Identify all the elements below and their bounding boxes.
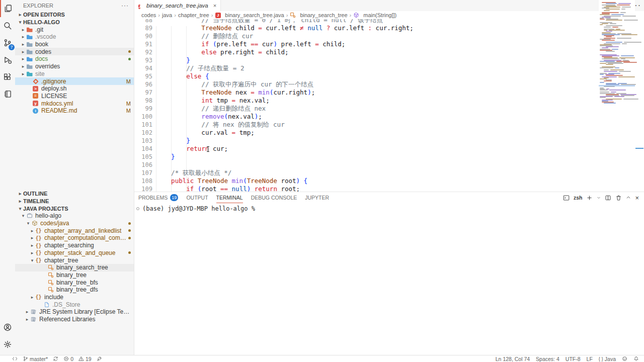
tree-item-.git[interactable]: ▸.git [15, 26, 134, 33]
status-item-rocket-icon[interactable] [97, 356, 102, 361]
code-line: 106 [134, 161, 599, 169]
status-item-feedback-icon[interactable] [622, 356, 627, 361]
maximize-panel-button[interactable] [626, 195, 631, 200]
line-number: 90 [134, 32, 152, 40]
minimap-line [602, 40, 615, 41]
split-terminal-button[interactable] [605, 195, 611, 201]
panel-tab-output[interactable]: OUTPUT [186, 192, 208, 203]
tree-item-chapter_array_and_linkedlist[interactable]: ▸{}chapter_array_and_linkedlist [15, 227, 134, 234]
tree-item-label: LICENSE [41, 93, 131, 100]
status-item-lf[interactable]: LF [587, 356, 593, 362]
activity-item-extensions[interactable] [0, 68, 15, 85]
code-line: 89TreeNode child = cur.left ≠ null ? cur… [134, 24, 599, 32]
ellipsis-icon[interactable]: ··· [121, 2, 129, 9]
tree-item-jresystemlibraryeclipsetemurin1717....[interactable]: ▸JRE System Library [Eclipse Temurin 17 … [15, 308, 134, 316]
tree-item-mkdocs.yml[interactable]: ymkdocs.ymlM [15, 100, 134, 107]
activity-item-source-control[interactable]: 7 [0, 34, 15, 51]
shell-label[interactable]: zsh [574, 195, 583, 201]
tree-item-codes[interactable]: ▸codes [15, 48, 134, 55]
chevron-down-icon[interactable] [597, 196, 601, 200]
section-header-java-projects[interactable]: ▾JAVA PROJECTS [15, 205, 134, 212]
tree-item-label: chapter_stack_and_queue [44, 249, 126, 256]
terminal[interactable]: (base) jyd@JYD-MBP hello-algo % [134, 205, 644, 355]
tree-item-label: binary_tree [56, 272, 131, 279]
tree-item-docs[interactable]: ▸docs [15, 55, 134, 63]
breadcrumb-item-codes[interactable]: codes [141, 12, 156, 18]
tree-item-.ds_store[interactable]: .DS_Store [15, 301, 134, 308]
section-header-outline[interactable]: ▸OUTLINE [15, 190, 134, 198]
activity-item-settings[interactable] [0, 336, 15, 353]
section-header-timeline[interactable]: ▸TIMELINE [15, 198, 134, 205]
tree-item-deploy.sh[interactable]: >deploy.sh [15, 85, 134, 93]
close-panel-button[interactable]: × [635, 194, 639, 202]
status-item-sync-icon[interactable] [53, 356, 58, 361]
status-item-19[interactable]: 19 [78, 356, 92, 362]
new-terminal-button[interactable] [586, 195, 593, 201]
tree-item-binary_tree[interactable]: binary_tree [15, 272, 134, 279]
tree-item-include[interactable]: ▸{}include [15, 294, 134, 301]
tree-item-chapter_computational_complexity[interactable]: ▸{}chapter_computational_complexity [15, 234, 134, 242]
minimap-line [617, 38, 631, 39]
breadcrumb-item-binary_search_treejava[interactable]: Jbinary_search_tree.java [215, 12, 284, 18]
status-item-remote-icon[interactable] [12, 356, 18, 361]
tree-item-chapter_tree[interactable]: ▾{}chapter_tree [15, 256, 134, 264]
code-line: 99// 递归删除结点 nex [134, 105, 599, 113]
activity-item-accounts[interactable] [0, 319, 15, 336]
status-item-ln-128-col-74[interactable]: Ln 128, Col 74 [496, 356, 530, 362]
explorer-sidebar: EXPLORER ··· ▸OPEN EDITORS▾HELLO-ALGO▸.g… [15, 0, 134, 355]
minimap-line [606, 20, 622, 21]
panel-tab-terminal[interactable]: TERMINAL [216, 192, 243, 203]
gear-icon [3, 340, 12, 349]
braces-icon: {} [35, 257, 42, 263]
tree-item-referencedlibraries[interactable]: ▸Referenced Libraries [15, 316, 134, 323]
tree-item-codesjava[interactable]: ▾codes/java [15, 220, 134, 227]
status-item-master[interactable]: master* [23, 356, 48, 362]
section-header-open-editors[interactable]: ▸OPEN EDITORS [15, 11, 134, 19]
panel-tab-problems[interactable]: PROBLEMS19 [138, 192, 178, 203]
minimap[interactable] [599, 0, 635, 192]
tree-item-license[interactable]: ≡LICENSE [15, 93, 134, 100]
status-item-spaces-4[interactable]: Spaces: 4 [536, 356, 559, 362]
breadcrumb-item-binary_search_tree[interactable]: binary_search_tree [290, 12, 347, 18]
breadcrumb-item-java[interactable]: java [162, 12, 172, 18]
tree-item-hello-algo[interactable]: ▾hello-algo [15, 212, 134, 220]
tree-item-label: binary_search_tree [56, 264, 131, 271]
minimap-line [620, 12, 626, 13]
code-text: } [156, 137, 190, 145]
folder-icon [26, 34, 33, 40]
overview-ruler-scrollbar[interactable] [635, 0, 644, 192]
license-icon: ≡ [32, 93, 39, 99]
tree-item-readme.md[interactable]: iREADME.mdM [15, 107, 134, 115]
tree-item-site[interactable]: ▸site [15, 70, 134, 78]
status-label: LF [587, 356, 593, 362]
tree-item-overrides[interactable]: ▸overrides [15, 63, 134, 70]
tab-binary-search-tree[interactable]: J binary_search_tree.java × [134, 0, 221, 11]
status-item-bell-icon[interactable] [633, 356, 639, 361]
tree-item-.vscode[interactable]: ▸.vscode [15, 33, 134, 41]
panel-tab-jupyter[interactable]: JUPYTER [305, 192, 329, 203]
tree-item-binary_tree_dfs[interactable]: binary_tree_dfs [15, 286, 134, 294]
status-item-java[interactable]: { }Java [599, 356, 616, 362]
close-icon[interactable]: × [213, 3, 216, 9]
tree-item-binary_tree_bfs[interactable]: binary_tree_bfs [15, 279, 134, 286]
breadcrumb-item-chapter_tree[interactable]: chapter_tree [178, 12, 209, 18]
trash-icon[interactable] [615, 195, 622, 201]
activity-item-run-debug[interactable] [0, 51, 15, 68]
activity-item-search[interactable] [0, 17, 15, 34]
chevron-icon: ▾ [20, 213, 26, 218]
code-text: else pre.right = child; [156, 48, 288, 56]
activity-item-notebook[interactable] [0, 85, 15, 103]
tree-item-binary_search_tree[interactable]: binary_search_tree [15, 264, 134, 272]
code-editor[interactable]: 88// 当子结点数量 = 0 / 1 时， child = null / 该子… [134, 19, 599, 192]
panel-tab-debug-console[interactable]: DEBUG CONSOLE [251, 192, 297, 203]
breadcrumb-item-mainstring[interactable]: main(String[]) [353, 12, 396, 18]
tree-item-book[interactable]: ▸book [15, 41, 134, 48]
status-item-0[interactable]: 0 [63, 356, 73, 362]
status-item-utf-8[interactable]: UTF-8 [566, 356, 581, 362]
activity-item-explorer[interactable] [0, 0, 15, 17]
tree-item-chapter_searching[interactable]: ▸{}chapter_searching [15, 242, 134, 249]
tree-item-chapter_stack_and_queue[interactable]: ▸{}chapter_stack_and_queue [15, 249, 134, 257]
section-header-hello-algo[interactable]: ▾HELLO-ALGO [15, 19, 134, 26]
git-diamond-icon [32, 78, 39, 84]
tree-item-.gitignore[interactable]: .gitignoreM [15, 77, 134, 85]
